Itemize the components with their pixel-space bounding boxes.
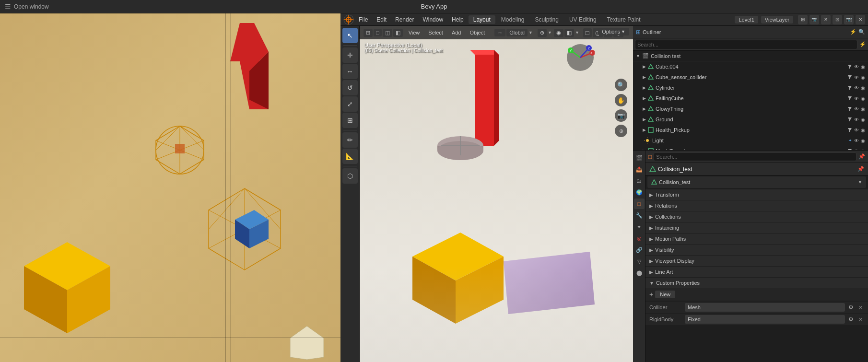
- collider-value[interactable]: Mesh: [685, 303, 845, 312]
- outliner-item-cube004[interactable]: ▶ Cube.004 👁 ◉: [633, 61, 868, 72]
- header-icon-5[interactable]: ✕: [856, 15, 865, 24]
- section-visibility[interactable]: ▶ Visibility: [645, 245, 868, 255]
- hide-icon-9[interactable]: ◉: [861, 149, 865, 151]
- magnet-btn[interactable]: ⊕: [538, 29, 547, 37]
- properties-search-input[interactable]: [654, 152, 856, 161]
- outliner-item-glowything[interactable]: ▶ GlowyThing 👁 ◉: [633, 104, 868, 114]
- prop-tab-render[interactable]: 🎬: [634, 152, 645, 163]
- section-collections[interactable]: ▶ Collections: [645, 211, 868, 222]
- hide-icon-4[interactable]: ◉: [861, 96, 865, 101]
- menu-window[interactable]: Window: [419, 15, 447, 24]
- outliner-item-cylinder[interactable]: ▶ Cylinder 👁 ◉: [633, 82, 868, 93]
- menu-edit[interactable]: Edit: [373, 15, 390, 24]
- camera-view-btn[interactable]: 📷: [615, 109, 627, 122]
- eye-icon-6[interactable]: 👁: [854, 117, 859, 122]
- hide-icon-5[interactable]: ◉: [861, 106, 865, 112]
- header-icon-2[interactable]: 📷: [809, 15, 819, 24]
- menu-help[interactable]: Help: [448, 15, 468, 24]
- collider-delete-icon[interactable]: ✕: [857, 304, 864, 311]
- prop-tab-scene[interactable]: 🌍: [634, 187, 645, 198]
- tool-cursor[interactable]: ✛: [342, 47, 358, 63]
- add-menu-btn[interactable]: Add: [449, 29, 464, 36]
- eye-icon-4[interactable]: 👁: [854, 96, 859, 101]
- outliner-search-input[interactable]: [635, 40, 857, 49]
- rigidbody-gear-icon[interactable]: ⚙: [847, 316, 855, 323]
- new-property-button[interactable]: New: [655, 291, 675, 298]
- select-menu-btn[interactable]: Select: [425, 29, 446, 36]
- options-button[interactable]: Options ▼: [598, 28, 629, 35]
- tool-annotate[interactable]: ✏: [342, 132, 358, 148]
- outliner-item-light[interactable]: Light ✦ 👁 ◉: [633, 135, 868, 146]
- prop-tab-particles[interactable]: ✦: [634, 222, 645, 232]
- section-transform[interactable]: ▶ Transform: [645, 189, 868, 200]
- viewport-view-btn1[interactable]: □: [374, 29, 382, 36]
- prop-tab-constraints[interactable]: 🔗: [634, 245, 645, 255]
- header-icon-1[interactable]: ⊞: [798, 15, 808, 24]
- hide-icon-6[interactable]: ◉: [861, 117, 865, 122]
- menu-render[interactable]: Render: [391, 15, 418, 24]
- section-motion-paths[interactable]: ▶ Motion Paths: [645, 234, 868, 244]
- view-layer-selector[interactable]: ViewLayer: [761, 16, 793, 23]
- outliner-search-icon[interactable]: 🔍: [858, 29, 865, 35]
- tool-transform[interactable]: ⊞: [342, 113, 358, 128]
- rigidbody-value[interactable]: Fixed: [685, 315, 845, 324]
- section-relations[interactable]: ▶ Relations: [645, 200, 868, 211]
- tab-sculpting[interactable]: Sculpting: [530, 15, 563, 24]
- prop-tab-data[interactable]: ▽: [634, 256, 645, 267]
- rigidbody-delete-icon[interactable]: ✕: [857, 316, 864, 323]
- scene-selector[interactable]: Level1: [735, 16, 758, 23]
- open-window-area[interactable]: ☰ Open window: [5, 3, 49, 11]
- header-icon-close[interactable]: ✕: [821, 15, 831, 24]
- outliner-item-fallingcube[interactable]: ▶ FallingCube 👁 ◉: [633, 93, 868, 104]
- hide-icon-3[interactable]: ◉: [861, 85, 865, 91]
- hide-icon-1[interactable]: ◉: [861, 64, 865, 70]
- prop-tab-view-layer[interactable]: 🗂: [634, 175, 645, 186]
- tool-scale[interactable]: ⤢: [342, 96, 358, 112]
- menu-file[interactable]: File: [355, 15, 372, 24]
- eye-icon-9[interactable]: 👁: [854, 149, 859, 151]
- bevy-viewport[interactable]: [0, 13, 340, 362]
- grid-btn[interactable]: ⊕: [615, 125, 627, 137]
- header-icon-4[interactable]: 📷: [844, 15, 854, 24]
- tool-move[interactable]: ↔: [342, 64, 358, 79]
- viewport-3d[interactable]: ⊞ □ ◫ ◧ View Select Add Object ↔ Global: [360, 26, 633, 362]
- outliner-item-health-pickup[interactable]: ▶ Health_Pickup 👁 ◉: [633, 125, 868, 135]
- eye-icon-3[interactable]: 👁: [854, 85, 859, 91]
- outliner-filter-icon[interactable]: ⚡: [850, 29, 856, 35]
- section-viewport-display[interactable]: ▶ Viewport Display: [645, 256, 868, 266]
- prop-tab-material[interactable]: ⬤: [634, 268, 645, 278]
- view-menu-btn[interactable]: View: [406, 29, 423, 36]
- outliner-item-magicteapot[interactable]: ▶ MagicTeapot 👁 ◉: [633, 146, 868, 150]
- section-instancing[interactable]: ▶ Instancing: [645, 222, 868, 233]
- viewport-gizmo[interactable]: X Y Z: [566, 43, 595, 72]
- tool-measure[interactable]: 📐: [342, 149, 358, 164]
- outliner-filter-btn[interactable]: ⚡: [859, 41, 866, 47]
- custom-props-header[interactable]: ▼ Custom Properties: [645, 278, 868, 288]
- section-line-art[interactable]: ▶ Line Art: [645, 267, 868, 277]
- viewport-view-btn3[interactable]: ◧: [393, 29, 403, 37]
- tab-layout[interactable]: Layout: [469, 15, 495, 24]
- viewport-view-squares[interactable]: ⊞: [364, 29, 373, 37]
- hide-icon-2[interactable]: ◉: [861, 75, 865, 80]
- prop-tab-modifier[interactable]: 🔧: [634, 210, 645, 221]
- tab-modeling[interactable]: Modeling: [496, 15, 529, 24]
- scene-root-item[interactable]: ▼ 🎬 Collision test: [633, 51, 868, 61]
- prop-tab-physics[interactable]: ◎: [634, 233, 645, 244]
- tool-select[interactable]: ↖: [342, 28, 358, 43]
- eye-icon-5[interactable]: 👁: [854, 106, 859, 112]
- zoom-in-btn[interactable]: 🔍: [615, 79, 627, 91]
- viewport-view-btn2[interactable]: ◫: [383, 29, 392, 37]
- tab-texture-paint[interactable]: Texture Paint: [602, 15, 645, 24]
- collider-gear-icon[interactable]: ⚙: [847, 304, 855, 311]
- tool-add-primitive[interactable]: ⬡: [342, 168, 358, 184]
- prop-tab-output[interactable]: 📤: [634, 164, 645, 175]
- outliner-item-cube-sensor[interactable]: ▶ Cube_sensor_collider 👁 ◉: [633, 72, 868, 82]
- overlay-btn[interactable]: ◧: [564, 29, 574, 37]
- proportional-btn[interactable]: ◉: [554, 29, 563, 37]
- tab-uv-editing[interactable]: UV Editing: [564, 15, 601, 24]
- object-selector[interactable]: Collision_test ▼: [647, 176, 866, 188]
- eye-icon-7[interactable]: 👁: [854, 128, 859, 133]
- hamburger-icon[interactable]: ☰: [5, 3, 11, 11]
- hide-icon-7[interactable]: ◉: [861, 128, 865, 133]
- eye-icon-8[interactable]: 👁: [854, 138, 859, 143]
